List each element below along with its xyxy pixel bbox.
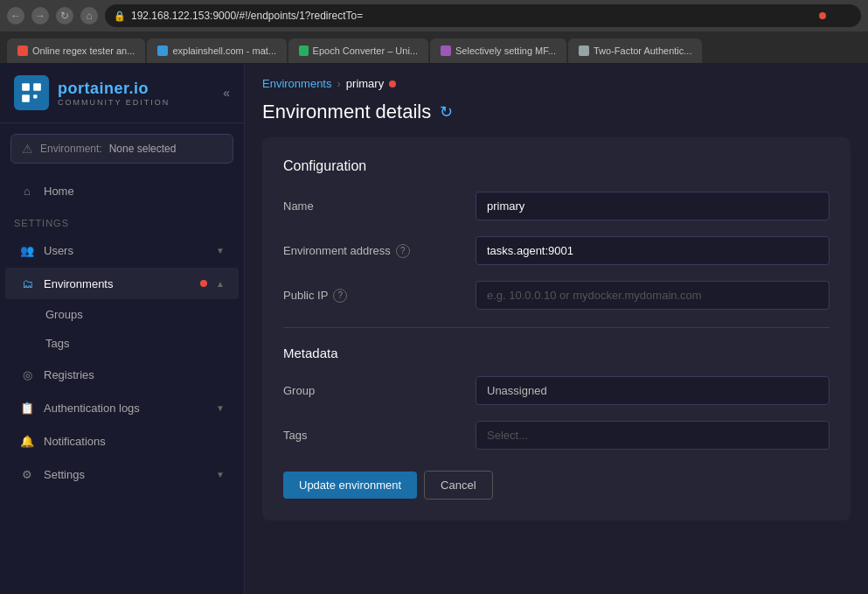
sidebar-item-home[interactable]: ⌂ Home [5,175,239,206]
tab-label-4: Two-Factor Authentic... [594,45,692,56]
name-label: Name [283,199,476,213]
env-selector-label: Environment: [40,143,102,155]
env-address-label: Environment address ? [283,244,476,258]
sidebar-item-auth-logs[interactable]: 📋 Authentication logs ▼ [5,392,239,423]
page-title: Environment details ↻ [245,97,868,137]
tab-0[interactable]: Online regex tester an... [7,38,145,63]
browser-chrome: ← → ↻ ⌂ 🔒 192.168.122.153:9000/#!/endpoi… [0,0,868,63]
home-icon: ⌂ [19,183,35,199]
sidebar-settings-label: Settings [44,468,207,481]
settings-icon: ⚙ [19,466,35,482]
group-label: Group [283,384,476,397]
tab-label-0: Online regex tester an... [32,45,135,56]
svg-rect-0 [22,83,30,91]
environments-arrow-icon: ▲ [216,279,225,289]
page-title-text: Environment details [262,101,431,123]
home-button[interactable]: ⌂ [80,7,98,24]
group-input[interactable] [476,376,830,405]
refresh-icon[interactable]: ↻ [440,102,453,122]
tab-2[interactable]: Epoch Converter – Uni... [288,38,428,63]
sidebar-logo: portainer.io Community Edition « [0,63,244,123]
reload-button[interactable]: ↻ [56,7,73,24]
portainer-logo-svg [20,81,43,104]
sidebar-item-notifications[interactable]: 🔔 Notifications [5,425,239,457]
settings-arrow-icon: ▼ [216,470,225,479]
public-ip-input[interactable] [476,281,830,310]
sidebar-users-label: Users [44,244,207,257]
svg-rect-1 [33,83,41,91]
sidebar-auth-logs-label: Authentication logs [44,402,207,415]
sidebar-item-settings[interactable]: ⚙ Settings ▼ [5,458,239,490]
env-address-row: Environment address ? [283,236,830,265]
environment-selector[interactable]: ⚠ Environment: None selected [10,134,233,164]
button-row: Update environment Cancel [283,471,830,500]
sidebar-registries-label: Registries [44,368,225,381]
sidebar-item-groups[interactable]: Groups [5,301,239,328]
tab-label-1: explainshell.com - mat... [172,45,276,56]
back-button[interactable]: ← [7,7,24,24]
sidebar-item-registries[interactable]: ◎ Registries [5,359,239,390]
address-bar[interactable]: 🔒 192.168.122.153:9000/#!/endpoints/1?re… [105,4,861,27]
logo-icon [14,75,49,110]
address-text: 192.168.122.153:9000/#!/endpoints/1?redi… [131,10,852,22]
tab-favicon-1 [157,45,168,56]
sidebar-environments-label: Environments [44,277,191,290]
logo-sub-text: Community Edition [58,98,170,107]
env-address-help-icon[interactable]: ? [396,244,410,258]
settings-section-label: Settings [0,207,244,234]
svg-rect-2 [22,94,30,102]
tab-3[interactable]: Selectively setting MF... [430,38,566,63]
tab-favicon-0 [17,45,28,56]
sidebar-notifications-label: Notifications [44,435,225,448]
sidebar-home-label: Home [44,185,225,198]
group-row: Group [283,376,830,405]
cancel-button[interactable]: Cancel [424,471,492,500]
name-row: Name [283,192,830,220]
logo-main-text: portainer.io [58,80,170,98]
tab-label-3: Selectively setting MF... [455,45,556,56]
env-selector-icon: ⚠ [22,142,33,156]
users-arrow-icon: ▼ [216,246,225,255]
name-input[interactable] [476,192,830,220]
environments-icon: 🗂 [19,276,35,291]
notifications-icon: 🔔 [19,433,35,449]
svg-rect-3 [33,94,37,98]
forward-button[interactable]: → [31,7,49,24]
registries-icon: ◎ [19,367,35,382]
public-ip-row: Public IP ? [283,281,830,310]
public-ip-help-icon[interactable]: ? [333,289,347,303]
sidebar-item-tags[interactable]: Tags [5,330,239,357]
environments-badge [200,280,207,287]
tags-input[interactable] [476,421,830,450]
tags-row: Tags [283,421,830,450]
environment-details-card: Configuration Name Environment address ?… [262,137,851,521]
breadcrumb: Environments › primary [245,63,868,97]
lock-icon: 🔒 [114,10,126,22]
tab-4[interactable]: Two-Factor Authentic... [568,38,703,63]
tags-label: Tags [45,337,69,350]
tab-1[interactable]: explainshell.com - mat... [147,38,287,63]
sidebar-collapse-button[interactable]: « [223,86,230,100]
address-dot [819,12,826,19]
auth-logs-icon: 📋 [19,400,35,416]
tab-favicon-2 [299,45,309,56]
sidebar-item-users[interactable]: 👥 Users ▼ [5,234,239,266]
logo-text: portainer.io Community Edition [58,80,170,107]
env-selector-value: None selected [109,143,177,155]
breadcrumb-environments-link[interactable]: Environments [262,77,331,90]
breadcrumb-separator: › [337,77,340,90]
public-ip-label: Public IP ? [283,289,476,303]
tab-label-2: Epoch Converter – Uni... [313,45,418,56]
sidebar-item-environments[interactable]: 🗂 Environments ▲ [5,268,239,299]
breadcrumb-current: primary [346,77,384,90]
env-address-input[interactable] [476,236,830,265]
configuration-section-title: Configuration [283,158,830,174]
app: portainer.io Community Edition « ⚠ Envir… [0,63,868,594]
auth-logs-arrow-icon: ▼ [216,403,225,413]
tab-favicon-4 [579,45,589,56]
groups-label: Groups [45,308,83,321]
update-environment-button[interactable]: Update environment [283,472,417,499]
tags-label: Tags [283,429,476,442]
sidebar: portainer.io Community Edition « ⚠ Envir… [0,63,245,594]
section-divider [283,327,830,328]
